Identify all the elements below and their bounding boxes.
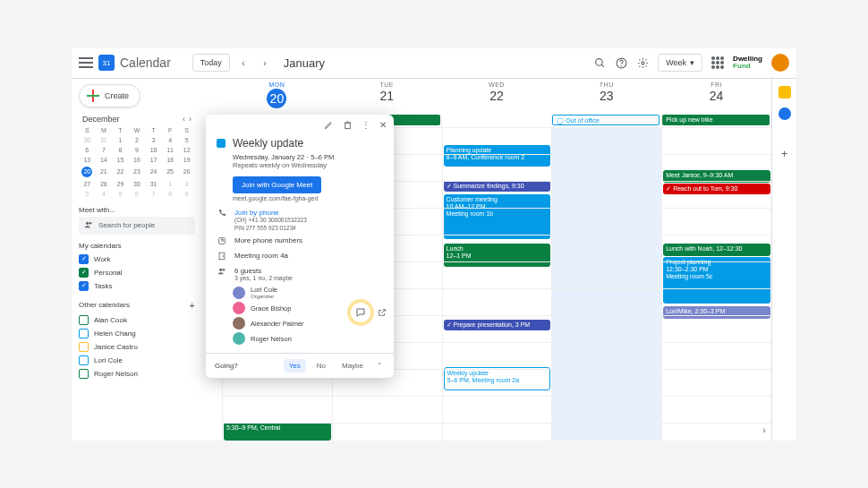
mini-day-cell[interactable]: 10: [145, 145, 162, 155]
search-icon[interactable]: [593, 56, 606, 69]
mini-day-cell[interactable]: 6: [129, 189, 146, 199]
calendar-event[interactable]: Lunch with Noah, 12–12:30: [663, 244, 770, 256]
day-header[interactable]: FRI24: [661, 79, 771, 115]
calendar-checkbox[interactable]: ✓: [79, 254, 89, 264]
rsvp-more-icon[interactable]: ˄: [374, 362, 385, 370]
calendar-row[interactable]: ✓Personal: [79, 266, 195, 279]
mini-day-cell[interactable]: 12: [178, 145, 195, 155]
mini-day-cell[interactable]: 5: [178, 135, 195, 145]
mini-day-cell[interactable]: 13: [79, 155, 96, 165]
mini-day-cell[interactable]: 16: [129, 155, 146, 165]
calendar-event[interactable]: Lunch12–1 PM: [444, 244, 551, 267]
calendar-checkbox[interactable]: [79, 315, 89, 325]
mini-day-cell[interactable]: 14: [96, 155, 113, 165]
calendar-row[interactable]: Roger Nelson: [79, 367, 195, 381]
calendar-event[interactable]: ✓ Prepare presentation, 3 PM: [444, 320, 551, 330]
mini-day-cell[interactable]: 28: [96, 179, 113, 189]
delete-icon[interactable]: [343, 120, 353, 132]
calendar-checkbox[interactable]: [79, 342, 89, 352]
mini-day-cell[interactable]: 7: [145, 189, 162, 199]
mini-day-cell[interactable]: 30: [79, 135, 96, 145]
calendar-event[interactable]: 5:30–9 PM, Central: [224, 423, 331, 441]
day-column[interactable]: Planning update8–9 AM, Conference room 2…: [442, 127, 552, 441]
mini-day-cell[interactable]: 3: [145, 135, 162, 145]
mini-day-cell[interactable]: 29: [112, 179, 129, 189]
mini-day-cell[interactable]: 8: [162, 189, 179, 199]
expand-chevron-icon[interactable]: ›: [762, 424, 766, 435]
edit-icon[interactable]: [324, 120, 334, 132]
mini-day-cell[interactable]: 11: [162, 145, 179, 155]
day-column[interactable]: [551, 127, 661, 441]
calendar-checkbox[interactable]: [79, 369, 89, 379]
mini-day-cell[interactable]: 9: [129, 145, 146, 155]
calendar-row[interactable]: ✓Tasks: [79, 279, 195, 293]
calendar-checkbox[interactable]: [79, 355, 89, 365]
allday-event[interactable]: Pick up new bike: [662, 115, 770, 125]
account-avatar[interactable]: [771, 54, 789, 72]
calendar-event[interactable]: Lori/Mike, 2:30–3 PM: [663, 306, 770, 319]
open-external-icon[interactable]: [378, 308, 387, 319]
tasks-icon[interactable]: [779, 107, 791, 120]
mini-day-cell[interactable]: 4: [162, 135, 179, 145]
menu-icon[interactable]: [79, 56, 93, 70]
mini-day-cell[interactable]: 15: [112, 155, 129, 165]
calendar-row[interactable]: Alan Cook: [79, 313, 195, 327]
guest-row[interactable]: Roger Nelson: [233, 332, 383, 345]
mini-day-cell[interactable]: 30: [129, 179, 146, 189]
mini-day-cell[interactable]: 8: [112, 145, 129, 155]
mini-day-cell[interactable]: 9: [178, 189, 195, 199]
calendar-event[interactable]: Planning update8–9 AM, Conference room 2: [444, 145, 551, 167]
join-meet-button[interactable]: Join with Google Meet: [233, 176, 321, 193]
day-column[interactable]: Meet Janice, 9–9:30 AM✓ Reach out to Tom…: [661, 127, 771, 441]
mini-day-cell[interactable]: 7: [96, 145, 113, 155]
settings-icon[interactable]: [636, 56, 649, 69]
calendar-event[interactable]: ✓ Summarize findings, 9:30: [444, 181, 551, 192]
day-header[interactable]: TUE21: [332, 79, 442, 115]
calendar-row[interactable]: Janice Castro: [79, 340, 195, 354]
mini-day-cell[interactable]: 2: [129, 135, 146, 145]
add-calendar-icon[interactable]: +: [190, 300, 195, 311]
mini-day-cell[interactable]: 5: [112, 189, 129, 199]
allday-event[interactable]: ◯ Out of office: [552, 115, 660, 125]
rsvp-maybe-button[interactable]: Maybe: [336, 359, 369, 372]
search-people-input[interactable]: Search for people: [79, 217, 195, 235]
calendar-event[interactable]: Weekly update5–6 PM, Meeting room 2a: [444, 367, 551, 390]
day-header[interactable]: MON20: [222, 79, 332, 115]
mini-day-cell[interactable]: 20: [79, 165, 96, 179]
prev-week-button[interactable]: ‹: [235, 55, 251, 71]
calendar-checkbox[interactable]: ✓: [79, 268, 89, 278]
mini-day-cell[interactable]: 21: [96, 165, 113, 179]
next-week-button[interactable]: ›: [257, 55, 273, 71]
mini-day-cell[interactable]: 4: [96, 189, 113, 199]
calendar-checkbox[interactable]: ✓: [79, 281, 89, 291]
mini-prev-button[interactable]: ‹: [183, 115, 185, 124]
mini-day-cell[interactable]: 18: [162, 155, 179, 165]
calendar-event[interactable]: ✓ Reach out to Tom, 9:30: [663, 184, 770, 194]
mini-calendar[interactable]: SMTWTFS 30311234567891011121314151617181…: [79, 125, 195, 199]
rsvp-no-button[interactable]: No: [311, 359, 331, 372]
close-icon[interactable]: ✕: [379, 120, 387, 132]
mini-day-cell[interactable]: 22: [112, 165, 129, 179]
mini-day-cell[interactable]: 31: [96, 135, 113, 145]
mini-day-cell[interactable]: 3: [79, 189, 96, 199]
mini-day-cell[interactable]: 1: [162, 179, 179, 189]
calendar-row[interactable]: Lori Cole: [79, 354, 195, 367]
mini-day-cell[interactable]: 24: [145, 165, 162, 179]
mini-day-cell[interactable]: 23: [129, 165, 146, 179]
day-header[interactable]: WED22: [442, 79, 552, 115]
mini-day-cell[interactable]: 19: [178, 155, 195, 165]
calendar-row[interactable]: Helen Chang: [79, 327, 195, 340]
join-phone-link[interactable]: Join by phone: [234, 209, 307, 217]
guest-row[interactable]: Lori ColeOrganizer: [233, 286, 383, 299]
mini-day-cell[interactable]: 27: [79, 179, 96, 189]
calendar-checkbox[interactable]: [79, 329, 89, 338]
day-header[interactable]: THU23: [551, 79, 661, 115]
apps-grid-icon[interactable]: [711, 56, 724, 69]
mini-day-cell[interactable]: 26: [178, 165, 195, 179]
help-icon[interactable]: [615, 56, 627, 69]
mini-day-cell[interactable]: 17: [145, 155, 162, 165]
view-selector[interactable]: Week ▾: [658, 54, 702, 72]
mini-day-cell[interactable]: 6: [79, 145, 96, 155]
mini-day-cell[interactable]: 1: [112, 135, 129, 145]
meet-link[interactable]: meet.google.com/fae-fgha-ged: [233, 195, 383, 201]
